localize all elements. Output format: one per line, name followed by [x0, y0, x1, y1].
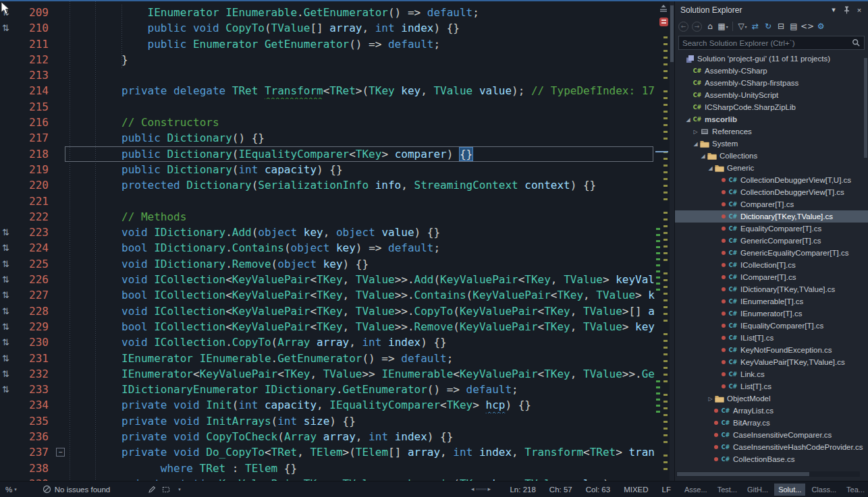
back-button[interactable]: ←: [678, 22, 688, 32]
code-line[interactable]: ⇅229bool ICollection<KeyValuePair<TKey, …: [0, 319, 655, 334]
tree-item[interactable]: C#Assembly-CSharp: [675, 65, 868, 77]
tree-item[interactable]: C#Dictionary[TKey,TValue].cs: [675, 210, 868, 223]
tool-window-tab[interactable]: Asse...: [680, 484, 711, 496]
expanded-arrow-icon[interactable]: ◢: [684, 117, 692, 123]
tree-item[interactable]: C#IComparer[T].cs: [675, 271, 868, 283]
code-line[interactable]: ⇅232IEnumerator<KeyValuePair<TKey, TValu…: [0, 366, 655, 382]
pen-icon[interactable]: [148, 486, 156, 494]
code-line[interactable]: 236private void CopyToCheck(Array array,…: [0, 429, 655, 444]
tree-item[interactable]: ▷ObjectModel: [675, 392, 868, 405]
tree-item[interactable]: C#KeyValuePair[TKey,TValue].cs: [675, 356, 868, 368]
panel-vertical-scrollbar[interactable]: [864, 58, 867, 158]
tree-item[interactable]: C#IDictionary[TKey,TValue].cs: [675, 283, 868, 295]
search-input[interactable]: [682, 39, 852, 47]
code-editor[interactable]: ⇅209IEnumerator IEnumerable.GetEnumerato…: [0, 1, 674, 481]
tree-item[interactable]: C#CollectionDebuggerView[T,U].cs: [675, 174, 868, 186]
issues-indicator[interactable]: No issues found: [43, 485, 110, 494]
switch-views-button[interactable]: ▦▾: [717, 20, 729, 32]
code-line[interactable]: ⇅227bool ICollection<KeyValuePair<TKey, …: [0, 287, 655, 303]
tree-item[interactable]: C#List[T].cs: [675, 380, 868, 392]
panel-horizontal-scrollbar[interactable]: [676, 471, 860, 477]
sync-active-document-button[interactable]: ⇄: [749, 20, 761, 32]
panel-title-bar[interactable]: Solution Explorer ▾×: [675, 1, 868, 18]
scroll-right-icon[interactable]: ▸: [488, 486, 491, 492]
code-line[interactable]: 219public Dictionary(int capacity) {}: [0, 162, 655, 177]
code-line[interactable]: ⇅223void IDictionary.Add(object key, obj…: [0, 225, 655, 240]
pin-icon[interactable]: [841, 5, 852, 16]
code-line[interactable]: 235private void InitArrays(int size) {}: [0, 413, 655, 429]
code-line[interactable]: 239private static KeyValuePair<TKey, TVa…: [0, 476, 655, 481]
collapse-all-button[interactable]: ⊟: [775, 20, 787, 32]
code-line[interactable]: 215: [0, 99, 655, 115]
code-line[interactable]: 218public Dictionary(IEqualityComparer<T…: [0, 146, 655, 162]
tree-item[interactable]: C#IEnumerable[T].cs: [675, 295, 868, 308]
code-line[interactable]: 211public Enumerator GetEnumerator() => …: [0, 36, 655, 52]
code-line[interactable]: ⇅209IEnumerator IEnumerable.GetEnumerato…: [0, 5, 655, 20]
line-indicator[interactable]: Ln: 218: [510, 486, 535, 494]
tree-item[interactable]: C#KeyNotFoundException.cs: [675, 344, 868, 356]
tree-item[interactable]: C#Comparer[T].cs: [675, 198, 868, 210]
tree-item[interactable]: C#IList[T].cs: [675, 332, 868, 344]
scroll-track[interactable]: [476, 488, 487, 490]
code-line[interactable]: ⇅225void IDictionary.Remove(object key) …: [0, 256, 655, 272]
tool-window-tab[interactable]: Solut...: [774, 484, 805, 496]
tree-item[interactable]: ▷References: [675, 125, 868, 138]
tree-item[interactable]: C#Assembly-CSharp-firstpass: [675, 77, 868, 89]
tool-window-tab[interactable]: Test...: [713, 484, 741, 496]
tree-item[interactable]: C#CaseInsensitiveComparer.cs: [675, 429, 868, 441]
tree-item[interactable]: C#CollectionBase.cs: [675, 453, 868, 465]
code-line[interactable]: 222// Methods: [0, 209, 655, 225]
code-line[interactable]: 216// Constructors: [0, 115, 655, 130]
fold-collapse-icon[interactable]: −: [56, 448, 65, 457]
column-indicator[interactable]: Col: 63: [586, 486, 610, 494]
tool-window-tab[interactable]: GitH...: [743, 484, 772, 496]
forward-button[interactable]: →: [692, 22, 702, 32]
tree-item[interactable]: C#IEqualityComparer[T].cs: [675, 320, 868, 332]
tree-item[interactable]: C#GenericComparer[T].cs: [675, 235, 868, 247]
code-line[interactable]: ⇅233IDictionaryEnumerator IDictionary.Ge…: [0, 382, 655, 397]
code-line[interactable]: 238where TRet : TElem {}: [0, 461, 655, 476]
window-position-icon[interactable]: ▾: [828, 5, 839, 16]
expanded-arrow-icon[interactable]: ◢: [699, 153, 707, 159]
tree-item[interactable]: C#Assembly-UnityScript: [675, 89, 868, 101]
tree-item[interactable]: C#Link.cs: [675, 368, 868, 380]
tree-item[interactable]: C#GenericEqualityComparer[T].cs: [675, 247, 868, 259]
tree-item[interactable]: Solution 'project-gui' (11 of 11 project…: [675, 53, 868, 65]
vertical-scrollbar-thumb[interactable]: [670, 5, 674, 62]
collapsed-arrow-icon[interactable]: ▷: [692, 129, 699, 135]
editor-horizontal-scrollbar[interactable]: ◂ ▸: [471, 486, 491, 492]
close-icon[interactable]: ×: [854, 5, 865, 16]
code-line[interactable]: ⇅230void ICollection.CopyTo(Array array,…: [0, 334, 655, 350]
encoding-indicator[interactable]: MIXED: [624, 486, 648, 494]
eol-indicator[interactable]: LF: [662, 486, 671, 494]
tree-item[interactable]: C#EqualityComparer[T].cs: [675, 223, 868, 235]
tool-window-tab[interactable]: Class...: [807, 484, 840, 496]
status-caret-icon[interactable]: ▾: [178, 487, 181, 492]
code-line[interactable]: 212}: [0, 52, 655, 67]
show-all-files-button[interactable]: ▤: [788, 20, 800, 32]
tree-item[interactable]: ◢Generic: [675, 162, 868, 174]
code-line[interactable]: 237−private void Do_CopyTo<TRet, TElem>(…: [0, 444, 655, 460]
expanded-arrow-icon[interactable]: ◢: [707, 165, 714, 171]
char-indicator[interactable]: Ch: 57: [549, 486, 572, 494]
code-line[interactable]: ⇅228void ICollection<KeyValuePair<TKey, …: [0, 303, 655, 319]
tree-item[interactable]: ◢Collections: [675, 150, 868, 162]
code-line[interactable]: 234private void Init(int capacity, IEqua…: [0, 397, 655, 413]
panel-horizontal-scrollbar-thumb[interactable]: [677, 472, 809, 476]
search-box[interactable]: [678, 36, 865, 50]
tree-item[interactable]: C#BitArray.cs: [675, 417, 868, 429]
tree-item[interactable]: C#IEnumerator[T].cs: [675, 308, 868, 320]
collapsed-arrow-icon[interactable]: ▷: [707, 396, 714, 402]
refresh-button[interactable]: ↻: [762, 20, 774, 32]
code-line[interactable]: 217public Dictionary() {}: [0, 130, 655, 146]
code-line[interactable]: ⇅224bool IDictionary.Contains(object key…: [0, 240, 655, 256]
tree-item[interactable]: C#ICSharpCode.SharpZipLib: [675, 101, 868, 113]
code-line[interactable]: 214private delegate TRet Transform<TRet>…: [0, 83, 655, 98]
scroll-left-icon[interactable]: ◂: [471, 486, 474, 492]
tree-item[interactable]: ◢System: [675, 138, 868, 150]
vertical-scrollbar[interactable]: [670, 1, 674, 481]
tree-item[interactable]: C#CollectionDebuggerView[T].cs: [675, 186, 868, 198]
tree-item[interactable]: C#ICollection[T].cs: [675, 259, 868, 271]
view-code-button[interactable]: <>: [801, 20, 814, 32]
code-line[interactable]: 221: [0, 194, 655, 209]
